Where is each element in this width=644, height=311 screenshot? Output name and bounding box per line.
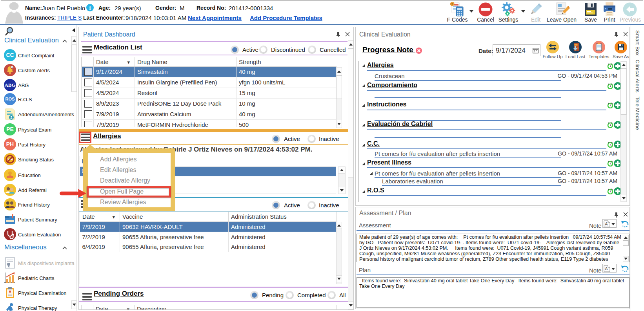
svg-text:A: A bbox=[605, 221, 608, 226]
svg-text:i: i bbox=[89, 5, 91, 11]
svg-text:A: A bbox=[605, 266, 608, 271]
svg-text:$: $ bbox=[451, 3, 453, 5]
